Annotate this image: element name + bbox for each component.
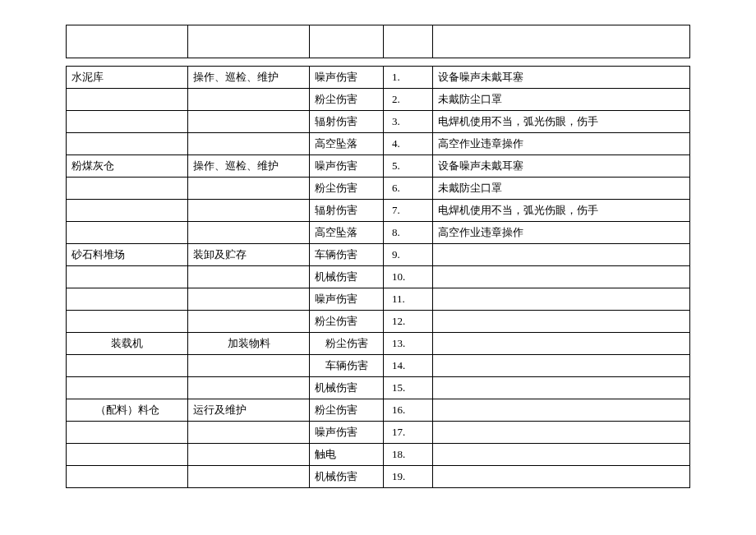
table-row: 辐射伤害7.电焊机使用不当，弧光伤眼，伤手 bbox=[67, 200, 690, 222]
cell-num: 1. bbox=[384, 67, 433, 89]
cell-num: 19. bbox=[384, 466, 433, 488]
cell-desc bbox=[433, 244, 690, 266]
table-row: 粉尘伤害2.未戴防尘口罩 bbox=[67, 89, 690, 111]
table-row: 砂石料堆场装卸及贮存车辆伤害9. bbox=[67, 244, 690, 266]
cell-num: 3. bbox=[384, 111, 433, 133]
cell-act bbox=[188, 133, 310, 155]
cell-num: 12. bbox=[384, 311, 433, 333]
cell-haz: 车辆伤害 bbox=[310, 355, 384, 377]
cell-haz: 粉尘伤害 bbox=[310, 311, 384, 333]
cell-num: 15. bbox=[384, 377, 433, 399]
cell-loc: （配料）料仓 bbox=[67, 399, 188, 422]
cell-haz: 高空坠落 bbox=[310, 133, 384, 155]
cell-loc bbox=[67, 89, 188, 111]
cell-loc bbox=[67, 377, 188, 399]
cell-desc bbox=[433, 466, 690, 488]
cell-haz: 辐射伤害 bbox=[310, 111, 384, 133]
cell-loc bbox=[67, 466, 188, 488]
cell-num: 18. bbox=[384, 444, 433, 466]
cell-loc bbox=[67, 355, 188, 377]
cell-haz: 噪声伤害 bbox=[310, 155, 384, 178]
cell-desc: 电焊机使用不当，弧光伤眼，伤手 bbox=[433, 111, 690, 133]
table-row: 机械伤害10. bbox=[67, 266, 690, 288]
cell-haz: 粉尘伤害 bbox=[310, 333, 384, 355]
cell-act bbox=[188, 288, 310, 311]
header-cell bbox=[188, 25, 310, 58]
cell-loc: 粉煤灰仓 bbox=[67, 155, 188, 178]
cell-desc: 未戴防尘口罩 bbox=[433, 178, 690, 200]
cell-num: 5. bbox=[384, 155, 433, 178]
cell-act bbox=[188, 355, 310, 377]
cell-desc: 高空作业违章操作 bbox=[433, 133, 690, 155]
cell-num: 11. bbox=[384, 288, 433, 311]
table-row: 粉尘伤害6.未戴防尘口罩 bbox=[67, 178, 690, 200]
cell-desc bbox=[433, 422, 690, 444]
cell-loc bbox=[67, 444, 188, 466]
cell-act: 操作、巡检、维护 bbox=[188, 155, 310, 178]
cell-desc bbox=[433, 288, 690, 311]
cell-loc: 砂石料堆场 bbox=[67, 244, 188, 266]
cell-desc bbox=[433, 311, 690, 333]
cell-act bbox=[188, 377, 310, 399]
table-row: 辐射伤害3.电焊机使用不当，弧光伤眼，伤手 bbox=[67, 111, 690, 133]
cell-desc: 未戴防尘口罩 bbox=[433, 89, 690, 111]
cell-num: 9. bbox=[384, 244, 433, 266]
cell-act: 加装物料 bbox=[188, 333, 310, 355]
table-row: 机械伤害19. bbox=[67, 466, 690, 488]
cell-act bbox=[188, 444, 310, 466]
cell-desc bbox=[433, 355, 690, 377]
table-row: 粉尘伤害12. bbox=[67, 311, 690, 333]
cell-desc: 高空作业违章操作 bbox=[433, 222, 690, 244]
table-row: 噪声伤害11. bbox=[67, 288, 690, 311]
cell-num: 7. bbox=[384, 200, 433, 222]
cell-num: 13. bbox=[384, 333, 433, 355]
cell-loc bbox=[67, 266, 188, 288]
cell-num: 8. bbox=[384, 222, 433, 244]
cell-desc: 电焊机使用不当，弧光伤眼，伤手 bbox=[433, 200, 690, 222]
cell-num: 10. bbox=[384, 266, 433, 288]
cell-act bbox=[188, 466, 310, 488]
cell-desc: 设备噪声未戴耳塞 bbox=[433, 155, 690, 178]
cell-num: 17. bbox=[384, 422, 433, 444]
cell-num: 2. bbox=[384, 89, 433, 111]
table-row: 触电18. bbox=[67, 444, 690, 466]
header-cell bbox=[384, 25, 433, 58]
table-row: 机械伤害15. bbox=[67, 377, 690, 399]
cell-act bbox=[188, 200, 310, 222]
cell-act: 装卸及贮存 bbox=[188, 244, 310, 266]
cell-desc bbox=[433, 399, 690, 422]
table-row: （配料）料仓运行及维护粉尘伤害16. bbox=[67, 399, 690, 422]
cell-haz: 触电 bbox=[310, 444, 384, 466]
table-row: 噪声伤害17. bbox=[67, 422, 690, 444]
table-row: 高空坠落4.高空作业违章操作 bbox=[67, 133, 690, 155]
cell-loc bbox=[67, 200, 188, 222]
cell-haz: 粉尘伤害 bbox=[310, 89, 384, 111]
cell-act bbox=[188, 89, 310, 111]
cell-haz: 机械伤害 bbox=[310, 266, 384, 288]
cell-num: 4. bbox=[384, 133, 433, 155]
header-cell bbox=[67, 25, 188, 58]
cell-num: 16. bbox=[384, 399, 433, 422]
table-row: 水泥库操作、巡检、维护噪声伤害1.设备噪声未戴耳塞 bbox=[67, 67, 690, 89]
cell-act bbox=[188, 266, 310, 288]
hazard-table: 水泥库操作、巡检、维护噪声伤害1.设备噪声未戴耳塞粉尘伤害2.未戴防尘口罩辐射伤… bbox=[66, 25, 690, 488]
cell-loc bbox=[67, 222, 188, 244]
gap-row bbox=[67, 58, 690, 67]
table-row: 装载机加装物料粉尘伤害13. bbox=[67, 333, 690, 355]
cell-desc bbox=[433, 333, 690, 355]
cell-desc: 设备噪声未戴耳塞 bbox=[433, 67, 690, 89]
cell-haz: 噪声伤害 bbox=[310, 67, 384, 89]
cell-desc bbox=[433, 444, 690, 466]
header-cell bbox=[433, 25, 690, 58]
cell-desc bbox=[433, 266, 690, 288]
cell-loc bbox=[67, 133, 188, 155]
cell-haz: 车辆伤害 bbox=[310, 244, 384, 266]
cell-num: 6. bbox=[384, 178, 433, 200]
header-cell bbox=[310, 25, 384, 58]
cell-loc bbox=[67, 178, 188, 200]
cell-act: 运行及维护 bbox=[188, 399, 310, 422]
cell-act bbox=[188, 222, 310, 244]
cell-loc bbox=[67, 111, 188, 133]
cell-act: 操作、巡检、维护 bbox=[188, 67, 310, 89]
cell-haz: 高空坠落 bbox=[310, 222, 384, 244]
